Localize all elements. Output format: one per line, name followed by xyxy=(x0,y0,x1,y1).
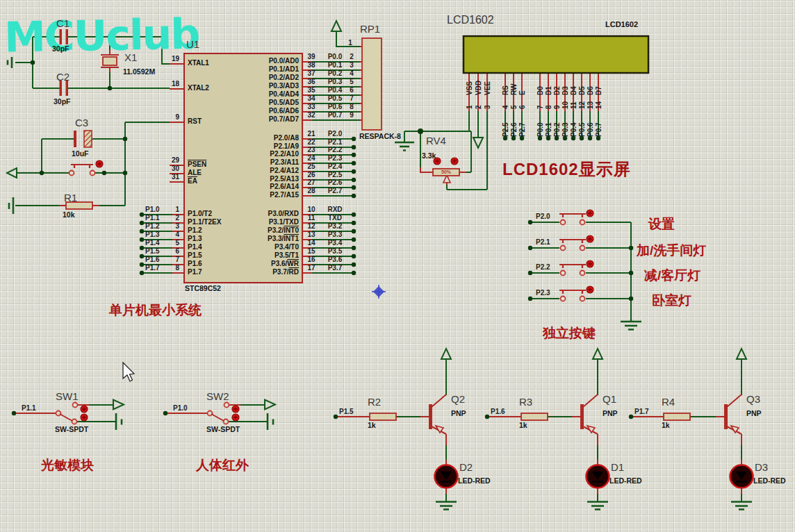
respack-ref: RP1 xyxy=(360,23,380,35)
net-label: P2.1 xyxy=(320,138,350,146)
mcu-pin-number: 31 xyxy=(158,173,179,181)
transistor-q2-ref: Q2 xyxy=(451,393,465,405)
transistor-q2-type: PNP xyxy=(451,409,466,417)
lcd-pin-name: RW xyxy=(510,84,518,95)
resistor-r4-body xyxy=(664,413,690,420)
resistor-r1-value: 10k xyxy=(63,210,75,219)
mcu-pin-name: ALE xyxy=(188,169,202,176)
transistor-q2-base-bar xyxy=(429,404,432,429)
mcu-pin-name: P2.4/A12 xyxy=(230,167,299,174)
mcu-pin-number: 15 xyxy=(303,247,320,255)
cap-c2-plate xyxy=(60,81,63,96)
mcu-pin-name: P2.1/A9 xyxy=(230,142,299,150)
net-label: P2.2 xyxy=(536,263,550,271)
mcu-pin-name: P3.4/T0 xyxy=(230,243,299,251)
key-button-plus[interactable] xyxy=(559,240,586,243)
net-label: P2.2 xyxy=(320,146,350,153)
mcu-pin-number: 24 xyxy=(303,154,320,162)
resistor-r3-ref: R3 xyxy=(519,396,532,408)
cap-c3-ref: C3 xyxy=(75,117,88,128)
lcd-pin-name: VEE xyxy=(484,81,492,95)
lcd-pin-name: D5 xyxy=(578,86,587,95)
resistor-r2-value: 1k xyxy=(368,421,376,429)
net-label: P3.7 xyxy=(320,264,350,272)
led-d2-ref: D2 xyxy=(459,461,473,473)
net-label: P2.6 xyxy=(320,178,350,186)
transistor-q1-base-bar xyxy=(580,404,584,429)
lcd-pin-name: D3 xyxy=(562,86,570,95)
mcu-pin-number: 38 xyxy=(303,61,320,69)
net-label: P0.3 xyxy=(562,122,570,137)
sw1-part: SW-SPDT xyxy=(55,425,88,433)
mcu-pin-name: P1.4 xyxy=(188,243,202,251)
mcu-pin-name: P0.3/AD3 xyxy=(230,82,299,90)
cap-c1-ref: C1 xyxy=(56,17,69,29)
cap-c3-plate xyxy=(74,131,76,147)
key-button-set[interactable] xyxy=(559,214,586,217)
mcu-pin-number: 27 xyxy=(303,178,320,186)
mcu-pin-name: PSEN xyxy=(188,160,206,168)
net-label: P1.6 xyxy=(491,408,505,415)
mcu-pin-number: 16 xyxy=(303,256,320,263)
net-label: P2.7 xyxy=(518,122,527,137)
transistor-q3-type: PNP xyxy=(746,409,762,417)
lcd-display-caption: LCD1602显示屏 xyxy=(502,158,631,181)
sw2-lever[interactable] xyxy=(211,414,224,421)
interaction-markers[interactable] xyxy=(81,158,593,421)
respack-pin-number: 3 xyxy=(345,61,359,69)
net-label: P2.3 xyxy=(320,154,350,162)
mcu-pin-number: 28 xyxy=(303,187,320,194)
net-label: P2.0 xyxy=(536,213,550,220)
light-sensor-caption: 光敏模块 xyxy=(41,456,94,474)
mcu-pin-name: P2.7/A15 xyxy=(230,191,299,199)
net-label: P3.2 xyxy=(320,222,350,230)
mouse-cursor-icon xyxy=(123,363,134,381)
net-label: RXD xyxy=(320,206,350,213)
reset-button[interactable] xyxy=(71,165,93,168)
cap-c3-plate-polarized xyxy=(84,131,92,147)
mcu-pin-name: P0.6/AD6 xyxy=(230,107,299,115)
led-d1-ref: D1 xyxy=(611,461,624,473)
cap-c2-value: 30pF xyxy=(54,97,71,106)
mcu-pin-name: P1.2 xyxy=(188,226,202,234)
mcu-pin-number: 10 xyxy=(303,206,320,213)
net-label: P0.4 xyxy=(570,122,578,137)
mcu-pin-name: P0.2/AD2 xyxy=(230,74,299,81)
mcu-pin-number: 36 xyxy=(303,78,320,85)
net-label: P2.5 xyxy=(320,171,350,178)
respack-pin-number: 7 xyxy=(345,94,359,102)
lcd-pin-name: E xyxy=(518,90,527,95)
sw1-lever[interactable] xyxy=(60,414,72,421)
mcu-pin-number: 30 xyxy=(158,165,179,172)
mcu-pin-name: P0.4/AD4 xyxy=(230,90,299,98)
key-button-bedroom[interactable] xyxy=(559,290,586,294)
lcd-pin-number: 11 xyxy=(570,101,578,109)
lcd-pin-number: 10 xyxy=(562,101,570,109)
net-label: P1.7 xyxy=(145,264,169,272)
pot-rv4-position: 50% xyxy=(435,169,457,174)
resistor-r2-body xyxy=(370,413,396,420)
net-label: P2.7 xyxy=(320,187,350,194)
mcu-pin-number: 11 xyxy=(303,214,320,222)
net-label: P1.0 xyxy=(145,206,169,213)
mcu-min-system-caption: 单片机最小系统 xyxy=(109,301,202,319)
led-d3-ref: D3 xyxy=(755,461,768,473)
mcu-pin-name: P1.7 xyxy=(188,268,202,276)
net-label: P0.0 xyxy=(536,122,545,137)
resistor-r3-body xyxy=(521,413,548,420)
lcd-pin-name: D0 xyxy=(536,86,545,95)
respack-part: RESPACK-8 xyxy=(359,132,401,140)
mcu-pin-number: 33 xyxy=(303,103,320,110)
net-label: P3.6 xyxy=(320,256,350,263)
mcu-pin-name: P2.3/A11 xyxy=(230,158,299,166)
net-label: P0.6 xyxy=(587,122,595,137)
led-d3-part: LED-RED xyxy=(753,476,786,485)
schematic-canvas: MCUclub C1 30pF C2 30pF X1 11.0592M C3 1… xyxy=(0,0,795,532)
lcd-pin-name: D7 xyxy=(595,86,603,95)
watermark: MCUclub xyxy=(3,10,199,62)
key-button-minus[interactable] xyxy=(559,265,586,268)
net-label: P1.3 xyxy=(145,231,169,238)
net-label: P2.3 xyxy=(536,289,550,297)
mcu-pin-number: 22 xyxy=(303,138,320,146)
net-label: P0.5 xyxy=(578,122,587,137)
